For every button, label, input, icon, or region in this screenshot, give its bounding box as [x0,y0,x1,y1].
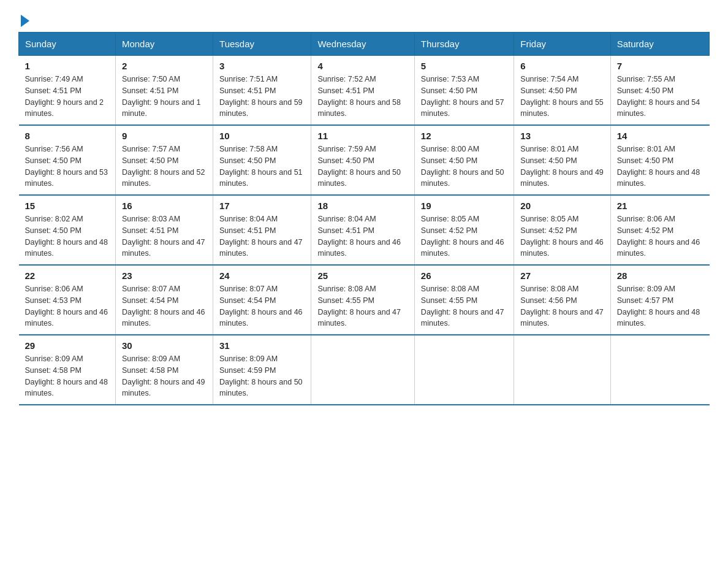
day-cell: 17 Sunrise: 8:04 AMSunset: 4:51 PMDaylig… [213,195,311,265]
week-row-5: 29 Sunrise: 8:09 AMSunset: 4:58 PMDaylig… [19,335,710,405]
day-cell: 21 Sunrise: 8:06 AMSunset: 4:52 PMDaylig… [610,195,709,265]
day-number: 13 [520,131,604,141]
day-cell: 29 Sunrise: 8:09 AMSunset: 4:58 PMDaylig… [19,335,116,405]
day-number: 22 [25,270,109,281]
day-info: Sunrise: 8:06 AMSunset: 4:53 PMDaylight:… [25,285,108,327]
day-cell: 22 Sunrise: 8:06 AMSunset: 4:53 PMDaylig… [19,265,116,335]
day-info: Sunrise: 7:52 AMSunset: 4:51 PMDaylight:… [317,75,401,118]
day-info: Sunrise: 7:54 AMSunset: 4:50 PMDaylight:… [520,75,604,118]
day-number: 16 [122,201,207,211]
day-number: 6 [520,61,604,71]
day-cell: 12 Sunrise: 8:00 AMSunset: 4:50 PMDaylig… [414,125,514,195]
day-cell: 7 Sunrise: 7:55 AMSunset: 4:50 PMDayligh… [610,56,709,126]
day-info: Sunrise: 8:01 AMSunset: 4:50 PMDaylight:… [520,145,604,188]
day-cell: 24 Sunrise: 8:07 AMSunset: 4:54 PMDaylig… [213,265,311,335]
day-info: Sunrise: 7:58 AMSunset: 4:50 PMDaylight:… [219,145,303,188]
day-number: 1 [25,61,109,71]
day-info: Sunrise: 8:08 AMSunset: 4:55 PMDaylight:… [317,285,401,327]
header-monday: Monday [115,33,213,56]
logo-icon [18,12,29,26]
day-number: 21 [617,201,703,211]
header-tuesday: Tuesday [213,33,311,56]
day-cell: 1 Sunrise: 7:49 AMSunset: 4:51 PMDayligh… [19,56,116,126]
day-number: 17 [219,201,305,211]
day-cell: 23 Sunrise: 8:07 AMSunset: 4:54 PMDaylig… [115,265,213,335]
day-number: 31 [219,340,305,351]
logo [18,12,29,26]
day-number: 27 [520,270,604,281]
day-number: 25 [317,270,408,281]
day-info: Sunrise: 8:04 AMSunset: 4:51 PMDaylight:… [219,215,303,258]
day-info: Sunrise: 8:09 AMSunset: 4:58 PMDaylight:… [25,354,108,397]
day-cell: 13 Sunrise: 8:01 AMSunset: 4:50 PMDaylig… [514,125,610,195]
day-number: 2 [122,61,207,71]
day-info: Sunrise: 7:51 AMSunset: 4:51 PMDaylight:… [219,75,303,118]
day-info: Sunrise: 8:03 AMSunset: 4:51 PMDaylight:… [122,215,205,258]
day-cell: 31 Sunrise: 8:09 AMSunset: 4:59 PMDaylig… [213,335,311,405]
day-number: 29 [25,340,109,351]
week-row-3: 15 Sunrise: 8:02 AMSunset: 4:50 PMDaylig… [19,195,710,265]
header-friday: Friday [514,33,610,56]
day-number: 24 [219,270,305,281]
day-info: Sunrise: 8:02 AMSunset: 4:50 PMDaylight:… [25,215,108,258]
day-cell: 11 Sunrise: 7:59 AMSunset: 4:50 PMDaylig… [311,125,414,195]
day-info: Sunrise: 8:09 AMSunset: 4:58 PMDaylight:… [122,354,205,397]
day-info: Sunrise: 8:06 AMSunset: 4:52 PMDaylight:… [617,215,700,258]
day-info: Sunrise: 8:07 AMSunset: 4:54 PMDaylight:… [122,285,205,327]
day-info: Sunrise: 7:53 AMSunset: 4:50 PMDaylight:… [421,75,504,118]
day-cell [311,335,414,405]
day-cell: 25 Sunrise: 8:08 AMSunset: 4:55 PMDaylig… [311,265,414,335]
day-number: 5 [421,61,507,71]
day-cell [414,335,514,405]
day-number: 11 [317,131,408,141]
day-number: 20 [520,201,604,211]
day-info: Sunrise: 8:08 AMSunset: 4:56 PMDaylight:… [520,285,604,327]
day-number: 7 [617,61,703,71]
logo-arrow-icon [21,15,29,27]
day-number: 14 [617,131,703,141]
day-number: 15 [25,201,109,211]
day-cell: 30 Sunrise: 8:09 AMSunset: 4:58 PMDaylig… [115,335,213,405]
day-cell: 27 Sunrise: 8:08 AMSunset: 4:56 PMDaylig… [514,265,610,335]
week-row-1: 1 Sunrise: 7:49 AMSunset: 4:51 PMDayligh… [19,56,710,126]
calendar-table: SundayMondayTuesdayWednesdayThursdayFrid… [18,32,710,405]
day-info: Sunrise: 8:00 AMSunset: 4:50 PMDaylight:… [421,145,504,188]
day-info: Sunrise: 8:05 AMSunset: 4:52 PMDaylight:… [520,215,604,258]
day-cell: 28 Sunrise: 8:09 AMSunset: 4:57 PMDaylig… [610,265,709,335]
day-cell: 2 Sunrise: 7:50 AMSunset: 4:51 PMDayligh… [115,56,213,126]
header-saturday: Saturday [610,33,709,56]
day-cell: 14 Sunrise: 8:01 AMSunset: 4:50 PMDaylig… [610,125,709,195]
day-cell: 26 Sunrise: 8:08 AMSunset: 4:55 PMDaylig… [414,265,514,335]
day-number: 10 [219,131,305,141]
day-cell: 16 Sunrise: 8:03 AMSunset: 4:51 PMDaylig… [115,195,213,265]
day-cell: 15 Sunrise: 8:02 AMSunset: 4:50 PMDaylig… [19,195,116,265]
day-info: Sunrise: 7:56 AMSunset: 4:50 PMDaylight:… [25,145,108,188]
day-cell: 8 Sunrise: 7:56 AMSunset: 4:50 PMDayligh… [19,125,116,195]
day-number: 30 [122,340,207,351]
week-row-4: 22 Sunrise: 8:06 AMSunset: 4:53 PMDaylig… [19,265,710,335]
day-cell: 18 Sunrise: 8:04 AMSunset: 4:51 PMDaylig… [311,195,414,265]
day-cell: 5 Sunrise: 7:53 AMSunset: 4:50 PMDayligh… [414,56,514,126]
day-cell: 6 Sunrise: 7:54 AMSunset: 4:50 PMDayligh… [514,56,610,126]
day-info: Sunrise: 8:09 AMSunset: 4:59 PMDaylight:… [219,354,303,397]
day-cell [514,335,610,405]
day-cell: 10 Sunrise: 7:58 AMSunset: 4:50 PMDaylig… [213,125,311,195]
day-info: Sunrise: 8:04 AMSunset: 4:51 PMDaylight:… [317,215,401,258]
day-cell: 19 Sunrise: 8:05 AMSunset: 4:52 PMDaylig… [414,195,514,265]
day-info: Sunrise: 7:50 AMSunset: 4:51 PMDaylight:… [122,75,201,118]
day-number: 8 [25,131,109,141]
day-number: 23 [122,270,207,281]
day-info: Sunrise: 8:05 AMSunset: 4:52 PMDaylight:… [421,215,504,258]
day-number: 19 [421,201,507,211]
day-cell: 4 Sunrise: 7:52 AMSunset: 4:51 PMDayligh… [311,56,414,126]
day-number: 12 [421,131,507,141]
header-thursday: Thursday [414,33,514,56]
day-cell: 9 Sunrise: 7:57 AMSunset: 4:50 PMDayligh… [115,125,213,195]
day-info: Sunrise: 7:55 AMSunset: 4:50 PMDaylight:… [617,75,700,118]
day-number: 18 [317,201,408,211]
page-header [18,12,710,26]
week-row-2: 8 Sunrise: 7:56 AMSunset: 4:50 PMDayligh… [19,125,710,195]
day-number: 26 [421,270,507,281]
day-number: 28 [617,270,703,281]
day-info: Sunrise: 8:09 AMSunset: 4:57 PMDaylight:… [617,285,700,327]
